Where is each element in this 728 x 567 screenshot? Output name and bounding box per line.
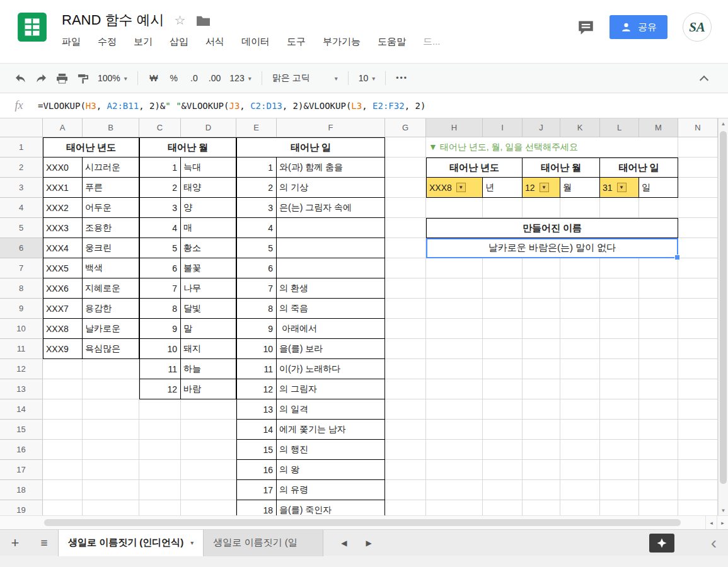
cell-M19[interactable]	[639, 500, 678, 515]
cell-G16[interactable]	[385, 440, 426, 460]
cell-L15[interactable]	[600, 420, 639, 440]
cell-B17[interactable]	[83, 460, 139, 480]
cell-G2[interactable]	[385, 158, 426, 178]
cell-F18[interactable]: 의 유령	[277, 480, 385, 500]
cell-H4[interactable]	[426, 198, 483, 218]
cell-N14[interactable]	[678, 399, 718, 420]
cell-C4[interactable]: 3	[139, 198, 181, 218]
cell-A4[interactable]: XXX2	[43, 198, 83, 218]
cell-I18[interactable]	[483, 480, 523, 500]
cell-H11[interactable]	[426, 339, 483, 359]
cell-A2[interactable]: XXX0	[43, 158, 83, 178]
cell-F5[interactable]	[277, 218, 385, 238]
cell-A9[interactable]: XXX7	[43, 299, 83, 319]
cell-A18[interactable]	[43, 480, 83, 500]
cell-E17[interactable]: 16	[236, 460, 277, 480]
zoom-control[interactable]: 100% ▾	[93, 68, 132, 88]
cell-L10[interactable]	[600, 319, 639, 339]
cell-E6[interactable]: 5	[236, 238, 277, 258]
cell-L2[interactable]: 태어난 일	[600, 158, 678, 178]
cell-F4[interactable]: 은(는) 그림자 속에	[277, 198, 385, 218]
row-header-6[interactable]: 6	[0, 238, 43, 258]
cell-A14[interactable]	[43, 399, 83, 420]
cell-G18[interactable]	[385, 480, 426, 500]
add-sheet-button[interactable]: +	[0, 535, 30, 551]
cell-H1[interactable]: ▼ 태어난 년도, 월, 일을 선택해주세요	[426, 137, 678, 158]
formula-input[interactable]: =VLOOKUP(H3, A2:B11, 2)&" "&VLOOKUP(J3, …	[38, 101, 728, 111]
row-header-9[interactable]: 9	[0, 299, 43, 319]
cell-M12[interactable]	[639, 359, 678, 379]
cell-M4[interactable]	[639, 198, 678, 218]
cell-A16[interactable]	[43, 440, 83, 460]
cell-C11[interactable]: 10	[139, 339, 181, 359]
menu-item-8[interactable]: 도움말	[378, 36, 406, 48]
cell-I15[interactable]	[483, 420, 523, 440]
row-header-2[interactable]: 2	[0, 158, 43, 178]
cell-N11[interactable]	[678, 339, 718, 359]
cell-G13[interactable]	[385, 379, 426, 399]
cell-J4[interactable]	[523, 198, 560, 218]
cell-I8[interactable]	[483, 278, 523, 299]
cell-K11[interactable]	[560, 339, 600, 359]
cell-G10[interactable]	[385, 319, 426, 339]
cell-N16[interactable]	[678, 440, 718, 460]
cell-K15[interactable]	[560, 420, 600, 440]
cell-K9[interactable]	[560, 299, 600, 319]
cell-E7[interactable]: 6	[236, 258, 277, 278]
cell-A15[interactable]	[43, 420, 83, 440]
cell-K12[interactable]	[560, 359, 600, 379]
next-sheet-icon[interactable]: ▶	[366, 539, 372, 547]
cell-B6[interactable]: 웅크린	[83, 238, 139, 258]
cell-E4[interactable]: 3	[236, 198, 277, 218]
cell-J3[interactable]: 12▼	[523, 178, 560, 198]
collapse-toolbar-button[interactable]	[696, 68, 718, 88]
cell-I10[interactable]	[483, 319, 523, 339]
cell-J13[interactable]	[523, 379, 560, 399]
cell-F13[interactable]: 의 그림자	[277, 379, 385, 399]
cell-D15[interactable]	[181, 420, 236, 440]
star-icon[interactable]: ☆	[175, 13, 186, 28]
row-header-13[interactable]: 13	[0, 379, 43, 399]
cell-M8[interactable]	[639, 278, 678, 299]
cell-N19[interactable]	[678, 500, 718, 515]
cell-D7[interactable]: 불꽃	[181, 258, 236, 278]
cell-B11[interactable]: 욕심많은	[83, 339, 139, 359]
row-header-18[interactable]: 18	[0, 480, 43, 500]
horizontal-scrollbar[interactable]: ◂ ▸	[0, 515, 728, 529]
cell-C19[interactable]	[139, 500, 181, 515]
cell-G11[interactable]	[385, 339, 426, 359]
column-header-M[interactable]: M	[639, 118, 678, 137]
cell-I14[interactable]	[483, 399, 523, 420]
cell-A13[interactable]	[43, 379, 83, 399]
cell-D17[interactable]	[181, 460, 236, 480]
cell-K18[interactable]	[560, 480, 600, 500]
cell-M14[interactable]	[639, 399, 678, 420]
row-header-5[interactable]: 5	[0, 218, 43, 238]
cell-L19[interactable]	[600, 500, 639, 515]
scroll-left-button[interactable]: ◂	[705, 516, 717, 529]
cell-M7[interactable]	[639, 258, 678, 278]
cell-C3[interactable]: 2	[139, 178, 181, 198]
row-header-15[interactable]: 15	[0, 420, 43, 440]
share-button[interactable]: 공유	[610, 15, 667, 39]
undo-button[interactable]	[10, 68, 31, 88]
percent-format-button[interactable]: %	[164, 68, 184, 88]
cell-E8[interactable]: 7	[236, 278, 277, 299]
print-button[interactable]	[52, 68, 72, 88]
cell-D3[interactable]: 태양	[181, 178, 236, 198]
cell-D16[interactable]	[181, 440, 236, 460]
cell-L13[interactable]	[600, 379, 639, 399]
cell-F12[interactable]: 이(가) 노래하다	[277, 359, 385, 379]
cell-G3[interactable]	[385, 178, 426, 198]
cell-H2[interactable]: 태어난 년도	[426, 158, 523, 178]
cell-B3[interactable]: 푸른	[83, 178, 139, 198]
decrease-decimal-button[interactable]: .0	[184, 68, 204, 88]
prev-sheet-icon[interactable]: ◀	[341, 539, 347, 547]
cell-D6[interactable]: 황소	[181, 238, 236, 258]
cell-H3[interactable]: XXX8▼	[426, 178, 483, 198]
cell-L11[interactable]	[600, 339, 639, 359]
cell-H16[interactable]	[426, 440, 483, 460]
cell-J18[interactable]	[523, 480, 560, 500]
cell-M16[interactable]	[639, 440, 678, 460]
column-header-A[interactable]: A	[43, 118, 83, 137]
